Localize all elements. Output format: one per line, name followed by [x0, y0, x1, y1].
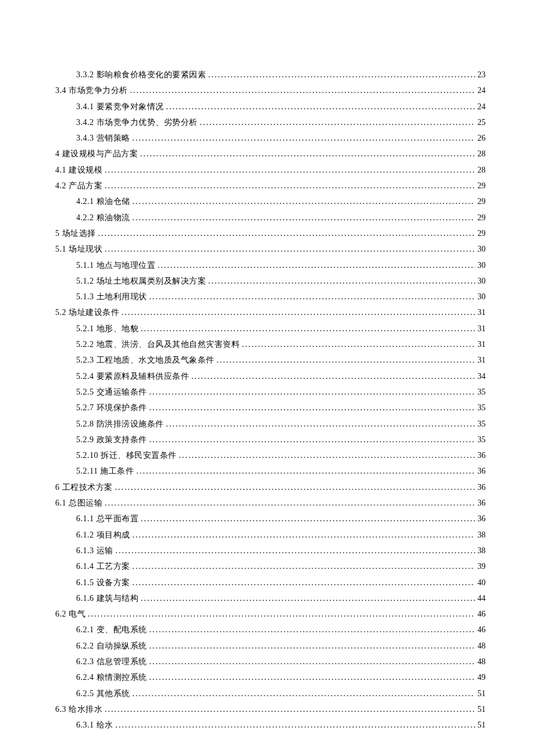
toc-entry-label: 4.2.2 粮油物流	[76, 210, 130, 225]
toc-entry[interactable]: 6.2.2 自动操纵系统48	[76, 638, 486, 654]
toc-entry[interactable]: 6.2 电气46	[55, 606, 486, 622]
toc-entry[interactable]: 6.1.3 运输38	[76, 543, 486, 558]
toc-leader-dots	[113, 543, 476, 558]
toc-leader-dots	[130, 575, 476, 590]
toc-entry[interactable]: 4.2.2 粮油物流29	[76, 210, 486, 225]
toc-leader-dots	[119, 304, 475, 320]
toc-entry[interactable]: 3.4.2 市场竞争力优势、劣势分析25	[76, 114, 486, 130]
toc-entry[interactable]: 6.3.1 给水51	[76, 717, 486, 733]
toc-entry-label: 5.2.2 地震、洪涝、台风及其他自然灾害资料	[76, 336, 240, 352]
toc-entry[interactable]: 5.2 场址建设条件31	[55, 304, 486, 320]
toc-entry[interactable]: 5 场址选择29	[55, 225, 486, 241]
toc-entry-label: 5 场址选择	[55, 225, 96, 241]
toc-leader-dots	[206, 67, 475, 83]
toc-entry[interactable]: 5.2.8 防洪排涝设施条件35	[76, 416, 486, 432]
toc-entry-page: 29	[475, 178, 486, 194]
toc-leader-dots	[155, 257, 475, 273]
toc-entry[interactable]: 6.1.6 建筑与结构44	[76, 590, 486, 606]
toc-entry-page: 29	[475, 225, 486, 241]
toc-entry[interactable]: 5.2.4 要紧原料及辅料供应条件34	[76, 368, 486, 384]
toc-entry[interactable]: 6 工程技术方案36	[55, 479, 486, 495]
toc-entry-page: 24	[475, 83, 486, 98]
toc-leader-dots	[138, 146, 475, 162]
toc-entry-label: 6.2.4 粮情测控系统	[76, 669, 147, 685]
toc-leader-dots	[128, 83, 476, 98]
toc-entry-page: 39	[475, 558, 486, 574]
toc-entry[interactable]: 6.3 给水排水51	[55, 701, 486, 717]
toc-entry-label: 3.4 市场竞争力分析	[55, 83, 128, 98]
toc-entry-page: 23	[475, 67, 486, 83]
toc-leader-dots	[147, 654, 476, 669]
toc-leader-dots	[147, 669, 476, 685]
toc-entry-label: 3.4.1 要紧竞争对象情况	[76, 99, 164, 114]
toc-entry[interactable]: 6.1.2 项目构成38	[76, 527, 486, 543]
toc-leader-dots	[164, 99, 476, 114]
toc-entry-page: 26	[475, 130, 486, 146]
toc-entry[interactable]: 4.1 建设规模28	[55, 162, 486, 178]
toc-entry[interactable]: 6.1.4 工艺方案39	[76, 558, 486, 574]
toc-entry-page: 36	[475, 511, 486, 526]
toc-entry-label: 6.2.3 信息管理系统	[76, 654, 147, 669]
toc-entry[interactable]: 3.4.3 营销策略26	[76, 130, 486, 146]
toc-entry-label: 6.2.2 自动操纵系统	[76, 638, 147, 654]
toc-entry-label: 6.1.5 设备方案	[76, 575, 130, 590]
toc-entry-page: 35	[475, 400, 486, 415]
toc-leader-dots	[138, 590, 475, 606]
toc-entry[interactable]: 4 建设规模与产品方案28	[55, 146, 486, 162]
toc-leader-dots	[147, 622, 476, 637]
toc-entry[interactable]: 6.2.4 粮情测控系统49	[76, 669, 486, 685]
toc-entry-page: 38	[475, 527, 486, 543]
toc-leader-dots	[130, 558, 476, 574]
toc-entry-label: 4.2.1 粮油仓储	[76, 194, 130, 209]
toc-entry-page: 30	[475, 273, 486, 289]
toc-leader-dots	[147, 400, 476, 415]
toc-entry-label: 5.2.10 拆迁、移民安置条件	[76, 447, 177, 463]
toc-entry-page: 24	[475, 99, 486, 114]
toc-entry[interactable]: 5.1.3 土地利用现状30	[76, 289, 486, 304]
toc-entry-label: 6.3 给水排水	[55, 701, 102, 717]
toc-entry-page: 48	[475, 654, 486, 669]
toc-entry[interactable]: 5.2.3 工程地质、水文地质及气象条件31	[76, 352, 486, 368]
toc-entry[interactable]: 5.2.2 地震、洪涝、台风及其他自然灾害资料31	[76, 336, 486, 352]
toc-entry-page: 51	[475, 717, 486, 733]
toc-entry[interactable]: 6.2.3 信息管理系统48	[76, 654, 486, 669]
toc-leader-dots	[130, 686, 476, 701]
toc-entry-page: 49	[475, 669, 486, 685]
toc-entry-label: 3.4.3 营销策略	[76, 130, 130, 146]
toc-entry-label: 5.2.5 交通运输条件	[76, 384, 147, 400]
toc-entry[interactable]: 3.4.1 要紧竞争对象情况24	[76, 99, 486, 114]
toc-entry-label: 5.1.2 场址土地权属类别及解决方案	[76, 273, 206, 289]
toc-entry[interactable]: 6.1.1 总平面布置36	[76, 511, 486, 526]
toc-entry[interactable]: 5.2.5 交通运输条件35	[76, 384, 486, 400]
toc-entry-page: 29	[475, 194, 486, 209]
toc-leader-dots	[102, 178, 475, 194]
toc-entry[interactable]: 4.2.1 粮油仓储29	[76, 194, 486, 209]
toc-entry-page: 35	[475, 384, 486, 400]
toc-entry[interactable]: 5.2.1 地形、地貌31	[76, 321, 486, 336]
toc-entry[interactable]: 6.1 总图运输36	[55, 495, 486, 511]
toc-entry[interactable]: 6.1.5 设备方案40	[76, 575, 486, 590]
toc-entry-page: 30	[475, 257, 486, 273]
toc-leader-dots	[138, 321, 475, 336]
toc-entry[interactable]: 5.2.9 政策支持条件35	[76, 432, 486, 447]
toc-entry[interactable]: 5.2.7 环境保护条件35	[76, 400, 486, 415]
toc-entry[interactable]: 5.1 场址现状30	[55, 241, 486, 257]
toc-entry[interactable]: 3.4 市场竞争力分析24	[55, 83, 486, 98]
toc-entry[interactable]: 5.1.2 场址土地权属类别及解决方案30	[76, 273, 486, 289]
toc-entry-page: 35	[475, 416, 486, 432]
toc-entry[interactable]: 3.3.2 影响粮食价格变化的要紧因素23	[76, 67, 486, 83]
toc-entry-label: 5.2.9 政策支持条件	[76, 432, 147, 447]
toc-entry-page: 31	[475, 336, 486, 352]
toc-entry[interactable]: 6.2.5 其他系统51	[76, 686, 486, 701]
toc-entry[interactable]: 4.2 产品方案29	[55, 178, 486, 194]
toc-entry-label: 4.1 建设规模	[55, 162, 102, 178]
toc-entry-page: 35	[475, 432, 486, 447]
toc-entry-label: 6.1.6 建筑与结构	[76, 590, 138, 606]
toc-leader-dots	[113, 717, 476, 733]
toc-entry[interactable]: 5.1.1 地点与地理位置30	[76, 257, 486, 273]
toc-entry[interactable]: 6.2.1 变、配电系统46	[76, 622, 486, 637]
toc-entry-page: 51	[475, 701, 486, 717]
toc-entry-page: 36	[475, 479, 486, 495]
toc-entry[interactable]: 5.2.11 施工条件36	[76, 463, 486, 479]
toc-entry[interactable]: 5.2.10 拆迁、移民安置条件36	[76, 447, 486, 463]
